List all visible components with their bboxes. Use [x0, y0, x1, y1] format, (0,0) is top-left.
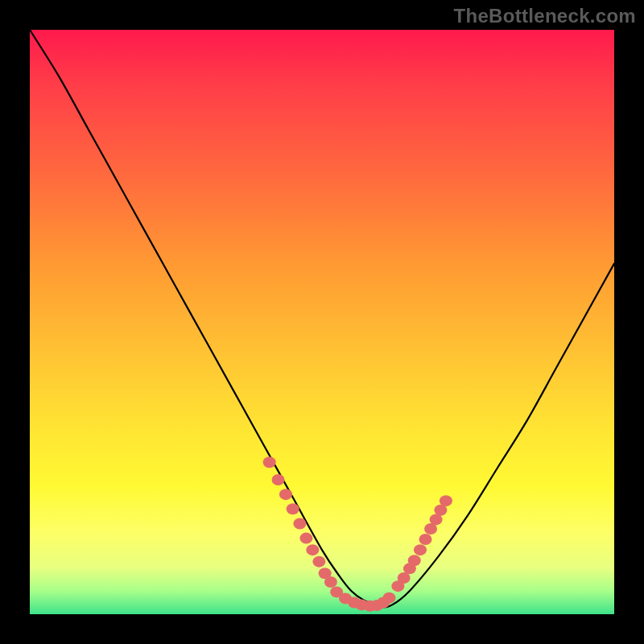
marker-point: [440, 495, 452, 506]
marker-point: [299, 533, 312, 544]
watermark-text: TheBottleneck.com: [454, 5, 636, 27]
marker-point: [324, 576, 337, 588]
marker-point: [312, 556, 325, 568]
curve-layer: [30, 30, 614, 607]
bottleneck-curve: [30, 30, 614, 607]
marker-point: [287, 503, 299, 514]
marker-point: [272, 474, 285, 485]
marker-point: [263, 456, 276, 468]
marker-point: [279, 489, 292, 500]
marker-layer: [263, 456, 452, 612]
marker-point: [408, 555, 421, 566]
gradient-plot-area: [30, 30, 614, 614]
chart-frame: TheBottleneck.com: [0, 0, 644, 644]
marker-point: [419, 534, 432, 545]
marker-point: [414, 544, 427, 555]
marker-point: [382, 592, 395, 604]
marker-point: [293, 518, 306, 529]
marker-point: [306, 544, 319, 555]
chart-svg: [30, 30, 614, 614]
